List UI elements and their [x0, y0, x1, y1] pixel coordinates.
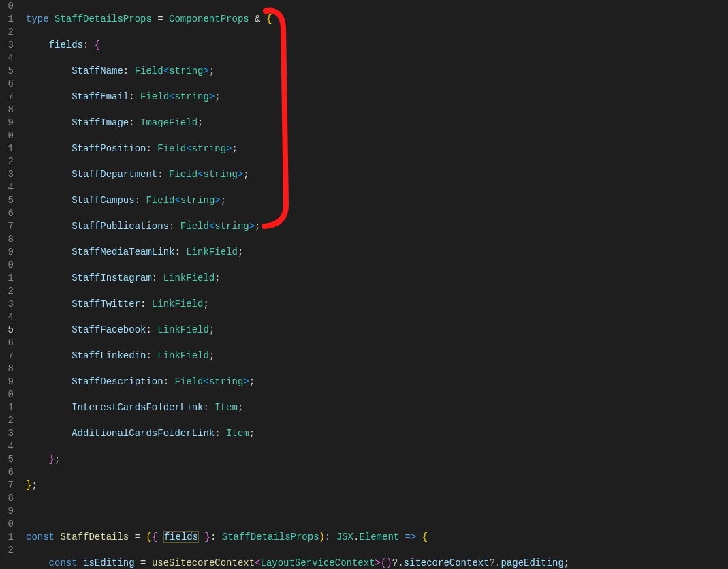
code-line[interactable]: StaffInstagram: LinkField;: [19, 272, 728, 285]
line-number: 0: [0, 518, 14, 531]
line-number: 8: [0, 104, 14, 117]
line-number: 1: [0, 272, 14, 285]
code-line[interactable]: StaffDepartment: Field<string>;: [19, 168, 728, 181]
line-number: 6: [0, 337, 14, 350]
line-number-gutter: 0 1 2 3 4 5 6 7 8 9 0 1 2 3 4 5 6 7 8 9 …: [0, 0, 19, 569]
line-number: 7: [0, 350, 14, 363]
line-number: 5: [0, 453, 14, 466]
line-number: 4: [0, 52, 14, 65]
line-number: 2: [0, 26, 14, 39]
line-number: 0: [0, 259, 14, 272]
code-line[interactable]: };: [19, 479, 728, 492]
line-number: 6: [0, 78, 14, 91]
line-number: 1: [0, 401, 14, 414]
code-area[interactable]: type StaffDetailsProps = ComponentProps …: [19, 0, 728, 569]
code-line[interactable]: StaffDescription: Field<string>;: [19, 375, 728, 388]
code-line[interactable]: StaffCampus: Field<string>;: [19, 194, 728, 207]
code-line[interactable]: StaffFacebook: LinkField;: [19, 324, 728, 337]
line-number: 8: [0, 492, 14, 505]
line-number: 5: [0, 65, 14, 78]
line-number: 7: [0, 479, 14, 492]
line-number: 0: [0, 0, 14, 13]
code-line[interactable]: const StaffDetails = ({ fields }: StaffD…: [19, 531, 728, 544]
line-number: 0: [0, 129, 14, 142]
line-number: 2: [0, 285, 14, 298]
line-number: 2: [0, 155, 14, 168]
line-number: 9: [0, 246, 14, 259]
code-line[interactable]: StaffName: Field<string>;: [19, 65, 728, 78]
line-number: 3: [0, 427, 14, 440]
line-number: 3: [0, 39, 14, 52]
line-number: 7: [0, 220, 14, 233]
line-number: 6: [0, 207, 14, 220]
code-line[interactable]: fields: {: [19, 39, 728, 52]
line-number: 2: [0, 414, 14, 427]
code-line[interactable]: };: [19, 453, 728, 466]
line-number: 2: [0, 544, 14, 557]
code-line[interactable]: StaffImage: ImageField;: [19, 117, 728, 129]
line-number: 6: [0, 466, 14, 479]
code-line[interactable]: InterestCardsFolderLink: Item;: [19, 401, 728, 414]
line-number: 9: [0, 375, 14, 388]
line-number: 1: [0, 13, 14, 26]
code-line[interactable]: type StaffDetailsProps = ComponentProps …: [19, 13, 728, 26]
line-number: 3: [0, 168, 14, 181]
line-number: 5: [0, 324, 14, 337]
code-line[interactable]: StaffPublications: Field<string>;: [19, 220, 728, 233]
line-number: 5: [0, 194, 14, 207]
code-line[interactable]: StaffTwitter: LinkField;: [19, 298, 728, 311]
line-number: 9: [0, 505, 14, 518]
line-number: 4: [0, 311, 14, 324]
code-line[interactable]: StaffPosition: Field<string>;: [19, 142, 728, 155]
code-line[interactable]: StaffEmail: Field<string>;: [19, 91, 728, 104]
line-number: 4: [0, 181, 14, 194]
code-line[interactable]: StaffMediaTeamLink: LinkField;: [19, 246, 728, 259]
line-number: 1: [0, 531, 14, 544]
code-line[interactable]: [19, 505, 728, 518]
code-line[interactable]: StaffLinkedin: LinkField;: [19, 350, 728, 363]
code-line[interactable]: const isEditing = useSitecoreContext<Lay…: [19, 557, 728, 569]
line-number: 4: [0, 440, 14, 453]
line-number: 7: [0, 91, 14, 104]
code-editor[interactable]: 0 1 2 3 4 5 6 7 8 9 0 1 2 3 4 5 6 7 8 9 …: [0, 0, 728, 569]
line-number: 1: [0, 142, 14, 155]
line-number: 8: [0, 233, 14, 246]
line-number: 3: [0, 298, 14, 311]
line-number: 9: [0, 117, 14, 129]
line-number: 8: [0, 363, 14, 375]
line-number: 0: [0, 388, 14, 401]
code-line[interactable]: AdditionalCardsFolderLink: Item;: [19, 427, 728, 440]
